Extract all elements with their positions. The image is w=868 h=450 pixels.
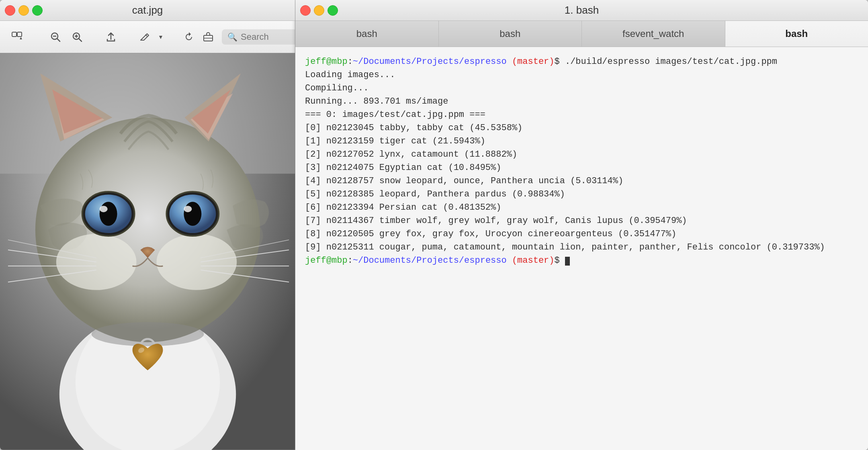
svg-point-24 [156, 234, 237, 290]
terminal-tab-3[interactable]: fsevent_watch [582, 21, 725, 47]
toolbar-zoom-group [45, 27, 88, 47]
terminal-output-12: [7] n02114367 timber wolf, grey wolf, gr… [305, 214, 858, 227]
zoom-out-button[interactable] [45, 27, 66, 47]
terminal-output-6: [1] n02123159 tiger cat (21.5943%) [305, 135, 858, 148]
terminal-maximize-button[interactable] [328, 5, 338, 16]
preview-traffic-lights [5, 5, 43, 16]
terminal-output-2: Compiling... [305, 82, 858, 95]
terminal-output-7: [2] n02127052 lynx, catamount (11.8882%) [305, 148, 858, 161]
preview-window-title: cat.jpg [132, 4, 163, 16]
terminal-output-14: [9] n02125311 cougar, puma, catamount, m… [305, 241, 858, 254]
prompt-path-1: ~/Documents/Projects/espresso [353, 57, 507, 67]
annotate-button[interactable] [134, 27, 155, 47]
terminal-tab-1[interactable]: bash [295, 21, 439, 47]
terminal-titlebar: 1. bash [295, 0, 868, 21]
prompt-path-2: ~/Documents/Projects/espresso [353, 256, 507, 266]
close-button[interactable] [5, 5, 15, 16]
terminal-output-10: [5] n02128385 leopard, Panthera pardus (… [305, 188, 858, 201]
search-input[interactable] [241, 32, 295, 42]
terminal-output-8: [3] n02124075 Egyptian cat (10.8495%) [305, 161, 858, 174]
terminal-tab-2[interactable]: bash [439, 21, 582, 47]
search-icon: 🔍 [227, 32, 237, 42]
terminal-output-1: Loading images... [305, 68, 858, 82]
preview-image-area [0, 53, 295, 450]
svg-rect-0 [12, 32, 16, 37]
prompt-user-2: jeff@mbp [305, 256, 348, 266]
terminal-tab-4[interactable]: bash [725, 21, 868, 47]
terminal-prompt-line-2: jeff@mbp:~/Documents/Projects/espresso (… [305, 254, 858, 267]
terminal-output-5: [0] n02123045 tabby, tabby cat (45.5358%… [305, 121, 858, 135]
terminal-cursor [565, 257, 570, 266]
cat-image [0, 53, 295, 450]
prompt-branch-1: (master) [512, 57, 555, 67]
annotate-dropdown[interactable]: ▼ [156, 27, 166, 47]
search-box[interactable]: 🔍 [222, 29, 295, 45]
terminal-output-3: Running... 893.701 ms/image [305, 95, 858, 108]
svg-point-28 [100, 206, 108, 212]
svg-point-43 [92, 322, 204, 346]
prompt-branch-2: (master) [512, 256, 555, 266]
view-toggle-button[interactable] [6, 27, 27, 47]
terminal-body[interactable]: jeff@mbp:~/Documents/Projects/espresso (… [295, 47, 868, 450]
zoom-in-button[interactable] [67, 27, 88, 47]
svg-point-33 [184, 206, 192, 212]
svg-point-27 [100, 202, 117, 226]
toolbar-view-group [6, 27, 27, 47]
preview-titlebar: cat.jpg [0, 0, 295, 21]
svg-point-32 [184, 202, 201, 226]
preview-window: cat.jpg [0, 0, 295, 450]
svg-line-8 [79, 39, 82, 41]
terminal-output-11: [6] n02123394 Persian cat (0.481352%) [305, 201, 858, 214]
terminal-minimize-button[interactable] [314, 5, 324, 16]
terminal-output-13: [8] n02120505 grey fox, gray fox, Urocyo… [305, 227, 858, 241]
terminal-prompt-line-1: jeff@mbp:~/Documents/Projects/espresso (… [305, 55, 858, 68]
toolbox-button[interactable] [203, 27, 214, 47]
terminal-window-title: 1. bash [565, 4, 599, 16]
svg-line-9 [145, 35, 147, 36]
maximize-button[interactable] [32, 5, 43, 16]
toolbar-annotate-group: ▼ [134, 27, 166, 47]
svg-rect-1 [17, 32, 22, 37]
terminal-window: 1. bash bash bash fsevent_watch bash jef… [295, 0, 868, 450]
terminal-output-9: [4] n02128757 snow leopard, ounce, Panth… [305, 174, 858, 188]
rotate-button[interactable] [183, 27, 194, 47]
terminal-tabs: bash bash fsevent_watch bash [295, 21, 868, 47]
share-button[interactable] [105, 27, 117, 47]
minimize-button[interactable] [18, 5, 29, 16]
prompt-user-1: jeff@mbp [305, 57, 348, 67]
terminal-output-4: === 0: images/test/cat.jpg.ppm === [305, 108, 858, 121]
terminal-close-button[interactable] [300, 5, 311, 16]
svg-line-4 [57, 39, 60, 41]
preview-toolbar: ▼ 🔍 [0, 21, 295, 53]
terminal-traffic-lights [300, 5, 338, 16]
